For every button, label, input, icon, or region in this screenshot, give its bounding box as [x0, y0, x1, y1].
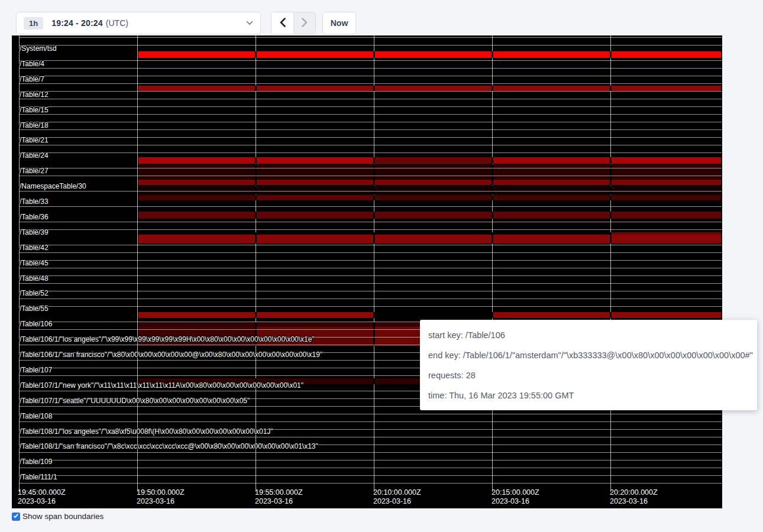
span-boundary-line: [19, 414, 722, 414]
heat-band-cell: [612, 86, 721, 91]
prev-range-button[interactable]: [271, 12, 293, 34]
span-boundary-line: [19, 191, 722, 192]
span-key-label: /Table/15: [20, 106, 49, 114]
axis-date: 2023-03-16: [255, 497, 303, 506]
show-span-boundaries-checkbox[interactable]: [12, 512, 20, 521]
heat-band-cell: [493, 51, 610, 58]
heat-band-cell: [257, 164, 373, 180]
span-boundary-line: [19, 176, 722, 176]
span-key-label: /Table/107: [20, 366, 52, 374]
tooltip-start-key: start key: /Table/106: [428, 325, 749, 345]
heat-band-cell: [257, 180, 373, 185]
hover-tooltip: start key: /Table/106 end key: /Table/10…: [420, 320, 757, 410]
span-boundary-line: [19, 37, 722, 38]
axis-time: 20:20:00.000Z: [610, 488, 658, 497]
time-axis-label: 20:15:00.000Z2023-03-16: [492, 488, 539, 506]
span-boundary-line: [19, 91, 722, 92]
span-key-label: /Table/39: [20, 229, 49, 236]
time-axis-label: 19:45:00.000Z2023-03-16: [18, 488, 66, 506]
span-key-label: /Table/52: [20, 290, 49, 297]
heat-band-cell: [612, 164, 721, 180]
heat-band-cell: [493, 235, 610, 244]
span-boundary-line: [19, 145, 722, 145]
axis-time: 20:10:00.000Z: [373, 488, 421, 497]
heat-band-cell: [138, 212, 255, 219]
span-boundary-line: [19, 275, 722, 276]
heat-band-cell: [612, 195, 721, 200]
span-boundary-line: [19, 229, 722, 230]
span-key-label: /Table/55: [20, 305, 49, 313]
axis-date: 2023-03-16: [373, 497, 421, 506]
now-button[interactable]: Now: [322, 12, 356, 34]
span-boundary-line: [19, 283, 722, 284]
range-timezone: (UTC): [106, 18, 128, 28]
heat-band-cell: [375, 212, 492, 219]
span-boundary-line: [19, 99, 722, 99]
heat-band-cell: [375, 235, 492, 244]
span-boundary-line: [19, 153, 722, 153]
axis-time: 19:55:00.000Z: [255, 488, 303, 497]
show-span-boundaries-control[interactable]: Show span boundaries: [12, 512, 104, 521]
span-key-label: /Table/36: [20, 213, 49, 221]
span-key-label: /Table/7: [20, 76, 44, 83]
span-boundary-line: [19, 106, 722, 107]
span-boundary-line: [19, 299, 722, 299]
span-key-label: /Table/12: [20, 91, 49, 99]
heat-band-cell: [257, 51, 373, 58]
heat-band-cell: [257, 86, 373, 91]
heat-band-cell: [612, 212, 721, 219]
heat-band-cell: [493, 180, 610, 185]
span-boundary-line: [19, 268, 722, 268]
span-boundary-line: [19, 468, 722, 468]
heat-band-cell: [138, 312, 255, 318]
tooltip-time: time: Thu, 16 Mar 2023 19:55:00 GMT: [428, 385, 749, 406]
span-boundary-line: [19, 45, 722, 46]
span-key-label: /Table/106/1/"san francisco"/"\x80\x00\x…: [20, 351, 322, 359]
key-visualizer-canvas[interactable]: /System/tsd/Table/4/Table/7/Table/12/Tab…: [12, 35, 722, 508]
heat-band-cell: [138, 195, 255, 200]
range-duration-badge: 1h: [24, 17, 43, 30]
span-boundary-line: [19, 252, 722, 253]
axis-date: 2023-03-16: [137, 497, 185, 506]
span-key-label: /Table/4: [20, 60, 44, 68]
axis-date: 2023-03-16: [492, 497, 539, 506]
heat-band-cell: [493, 312, 610, 318]
heat-band-cell: [493, 195, 610, 200]
heat-band-cell: [257, 157, 373, 164]
span-key-label: /Table/27: [20, 167, 49, 175]
chevron-left-icon: [279, 17, 286, 30]
span-key-label: /Table/21: [20, 137, 49, 144]
heat-band-cell: [138, 186, 255, 194]
span-key-label: /Table/24: [20, 152, 49, 160]
span-boundary-line: [19, 60, 722, 61]
time-axis-label: 20:10:00.000Z2023-03-16: [373, 488, 421, 506]
time-gridline: [137, 35, 138, 492]
heat-band-cell: [612, 51, 721, 58]
next-range-button[interactable]: [293, 12, 315, 34]
heat-band-cell: [612, 312, 721, 318]
tooltip-requests: requests: 28: [428, 365, 749, 385]
time-gridline: [256, 35, 256, 492]
span-boundary-line: [19, 137, 722, 138]
span-key-label: /Table/42: [20, 244, 49, 252]
span-boundary-line: [19, 114, 722, 115]
span-boundary-line: [19, 421, 722, 422]
heat-band-cell: [375, 157, 492, 164]
time-range-selector[interactable]: 1h 19:24 - 20:24 (UTC): [16, 12, 261, 34]
span-key-label: /Table/109: [20, 458, 52, 466]
range-nav-group: [271, 12, 316, 34]
heat-band-cell: [612, 186, 721, 194]
heat-band-cell: [257, 212, 373, 219]
heat-band-cell: [493, 164, 610, 180]
chevron-right-icon: [301, 17, 308, 30]
span-key-label: /Table/108/1/"san francisco"/"\x8c\xcc\x…: [20, 443, 318, 450]
span-key-label: /Table/108: [20, 413, 52, 420]
span-boundary-line: [19, 245, 722, 245]
heat-band-cell: [138, 180, 255, 185]
span-boundary-line: [19, 483, 722, 484]
heat-band-cell: [138, 322, 255, 327]
span-key-label: /Table/107/1/"new york"/"\x11\x11\x11\x1…: [20, 382, 303, 390]
span-boundary-line: [19, 222, 722, 222]
heat-band-cell: [138, 235, 255, 244]
span-boundary-line: [19, 168, 722, 168]
